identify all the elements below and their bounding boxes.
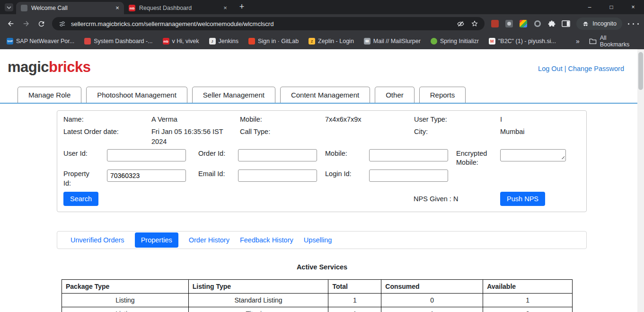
tab-close-icon[interactable]: × [114, 4, 121, 12]
customer-info-grid: Name: A Verma Mobile: 7x4x6x7x9x User Ty… [63, 115, 580, 146]
city-label: City: [414, 127, 500, 146]
bookmark-item[interactable]: ✉Mail // MailSlurper [364, 38, 421, 45]
page-content: magicbricks Log Out | Change Password Ma… [0, 49, 644, 312]
close-button[interactable]: × [622, 0, 644, 14]
scrollbar-thumb[interactable] [638, 52, 643, 90]
tab-search-chevron-icon[interactable] [5, 3, 13, 11]
side-panel-icon[interactable] [559, 17, 573, 30]
bookmarks-bar: SAPSAP NetWeaver Por... System Dashboard… [0, 33, 644, 49]
bookmark-label: "B2C" (1) - piyush.si... [498, 38, 556, 45]
bookmark-item[interactable]: System Dashboard -... [84, 38, 152, 45]
city-value: Mumbai [500, 127, 580, 146]
header-consumed: Consumed [381, 280, 483, 294]
property-id-input[interactable] [107, 169, 186, 182]
url-text[interactable]: sellercrm.magicbricks.com/sellermanageme… [71, 20, 451, 27]
window-controls: – □ × [579, 0, 644, 14]
tab-upselling[interactable]: Upselling [304, 236, 332, 244]
bookmark-item[interactable]: Sign in · GitLab [248, 38, 299, 45]
browser-menu-icon[interactable] [626, 17, 640, 31]
push-nps-button[interactable]: Push NPS [500, 192, 545, 206]
tab-title: Request Dashboard [139, 5, 218, 11]
call-type-label: Call Type: [240, 127, 325, 146]
bookmark-item[interactable]: Spring Initializr [431, 38, 479, 45]
search-button[interactable]: Search [63, 192, 98, 206]
eye-off-icon[interactable] [455, 18, 466, 29]
all-bookmarks-button[interactable]: All Bookmarks [589, 35, 637, 48]
mobile-label: Mobile: [240, 115, 325, 124]
user-id-label: User Id: [63, 149, 107, 159]
logo-bricks-text: bricks [49, 59, 90, 75]
incognito-badge: Incognito [576, 18, 622, 30]
bookmarks-overflow-icon[interactable]: » [576, 37, 579, 45]
user-id-input[interactable] [107, 149, 186, 161]
active-services-table: Package Type Listing Type Total Consumed… [62, 279, 573, 312]
minimize-button[interactable]: – [579, 0, 600, 14]
cell-consumed: 0 [381, 294, 483, 307]
bookmark-label: Sign in · GitLab [258, 38, 299, 45]
tab-photoshoot-management[interactable]: Photoshoot Management [86, 87, 187, 103]
gitlab-icon [248, 38, 255, 45]
tab-other[interactable]: Other [375, 87, 415, 103]
all-bookmarks-label: All Bookmarks [600, 35, 637, 48]
incognito-label: Incognito [592, 20, 617, 27]
tab-close-icon[interactable]: × [221, 4, 229, 12]
bookmark-item[interactable]: JJenkins [209, 38, 238, 45]
tab-manage-role[interactable]: Manage Role [18, 87, 81, 103]
header-available: Available [483, 280, 573, 294]
tab-reports[interactable]: Reports [419, 87, 466, 103]
bookmark-star-icon[interactable] [469, 18, 480, 29]
bookmark-item[interactable]: M"B2C" (1) - piyush.si... [489, 38, 556, 45]
spring-icon [431, 38, 437, 45]
logout-link[interactable]: Log Out [538, 65, 563, 72]
encrypted-mobile-input[interactable] [500, 149, 566, 161]
order-id-input[interactable] [238, 149, 317, 161]
card-footer: Search NPS Given : N Push NPS [63, 192, 580, 206]
tab-content-management[interactable]: Content Management [280, 87, 370, 103]
bookmark-label: Zeplin - Login [318, 38, 354, 45]
forward-button[interactable] [19, 17, 33, 31]
address-bar[interactable]: sellercrm.magicbricks.com/sellermanageme… [52, 17, 485, 30]
maximize-button[interactable]: □ [600, 0, 622, 14]
logo-magic-text: magic [8, 59, 49, 75]
tab-unverified-orders[interactable]: Unverified Orders [71, 236, 124, 244]
extension-red-icon[interactable] [488, 17, 502, 30]
table-row: Listing Standard Listing 1 0 1 [62, 294, 573, 307]
bookmark-item[interactable]: ZZeplin - Login [309, 38, 354, 45]
tab-order-history[interactable]: Order History [189, 236, 229, 244]
new-tab-button[interactable]: + [236, 0, 248, 13]
browser-tabstrip: Welcome Call × mb Request Dashboard × + … [0, 0, 644, 14]
tab-properties[interactable]: Properties [135, 232, 178, 248]
change-password-link[interactable]: Change Password [568, 65, 625, 72]
bookmark-label: Jenkins [219, 38, 238, 45]
table-row: Listing Titanium 1 1 0 [62, 307, 573, 312]
screenshot-camera-icon[interactable] [503, 17, 516, 30]
email-id-input[interactable] [238, 169, 317, 182]
mail-icon: ✉ [364, 38, 371, 45]
browser-tab-request-dashboard[interactable]: mb Request Dashboard × [124, 2, 232, 14]
gmail-icon: M [489, 38, 495, 45]
mobile-input[interactable] [369, 149, 448, 161]
bookmark-label: v Hi, vivek [172, 38, 199, 45]
folder-icon [589, 38, 597, 45]
link-divider: | [565, 65, 566, 72]
name-value: A Verma [151, 115, 240, 124]
extension-ring-icon[interactable] [531, 17, 544, 30]
extension-color-icon[interactable] [517, 17, 530, 30]
extensions-puzzle-icon[interactable] [545, 17, 558, 30]
login-id-input[interactable] [369, 169, 448, 182]
magicbricks-favicon-icon: mb [129, 5, 135, 11]
tab-seller-management[interactable]: Seller Management [192, 87, 275, 103]
tab-feedback-history[interactable]: Feedback History [240, 236, 293, 244]
bookmark-label: SAP NetWeaver Por... [16, 38, 74, 45]
bookmark-item[interactable]: mbv Hi, vivek [163, 38, 199, 45]
user-type-label: User Type: [414, 115, 500, 124]
site-info-icon[interactable] [57, 18, 67, 29]
refresh-button[interactable] [34, 17, 48, 31]
browser-tab-welcome-call[interactable]: Welcome Call × [16, 2, 124, 14]
name-label: Name: [63, 115, 151, 124]
call-type-value [325, 127, 414, 146]
page-scrollbar[interactable] [637, 49, 644, 312]
back-button[interactable] [4, 17, 18, 31]
bookmark-item[interactable]: SAPSAP NetWeaver Por... [7, 38, 74, 45]
magicbricks-icon: mb [163, 38, 169, 45]
